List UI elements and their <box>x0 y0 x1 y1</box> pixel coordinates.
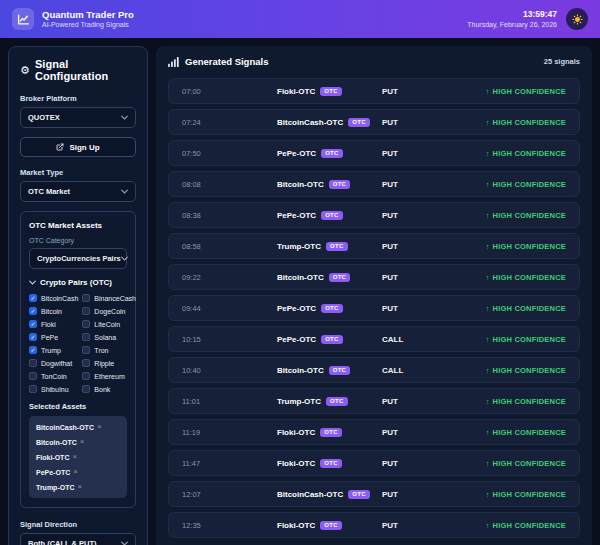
signal-time: 07:50 <box>182 149 277 158</box>
checkbox[interactable] <box>29 372 37 380</box>
remove-tag-icon[interactable]: × <box>80 438 85 446</box>
remove-tag-icon[interactable]: × <box>72 453 77 461</box>
checkbox[interactable] <box>29 294 37 302</box>
signal-asset: Floki-OTC <box>277 459 315 468</box>
signal-direction: PUT <box>382 242 486 251</box>
sign-up-button[interactable]: Sign Up <box>20 137 136 157</box>
signal-asset: Floki-OTC <box>277 87 315 96</box>
signal-row[interactable]: 10:40 Bitcoin-OTC OTC CALL ↑HIGH CONFIDE… <box>168 357 580 383</box>
checkbox[interactable] <box>82 333 90 341</box>
crypto-pair-checkbox-item[interactable]: ShibuInu <box>29 385 78 393</box>
signal-asset: Trump-OTC <box>277 397 321 406</box>
sidebar-title: Signal Configuration <box>35 58 136 82</box>
checkbox[interactable] <box>82 307 90 315</box>
crypto-pair-checkbox-item[interactable]: Solana <box>82 333 136 341</box>
signal-row[interactable]: 11:19 Floki-OTC OTC PUT ↑HIGH CONFIDENCE <box>168 419 580 445</box>
crypto-pairs-collapse-header[interactable]: Crypto Pairs (OTC) <box>29 278 127 287</box>
otc-badge: OTC <box>320 459 342 468</box>
signal-row[interactable]: 09:22 Bitcoin-OTC OTC PUT ↑HIGH CONFIDEN… <box>168 264 580 290</box>
crypto-pair-checkbox-item[interactable]: Tron <box>82 346 136 354</box>
chevron-down-icon <box>121 189 128 194</box>
crypto-pair-checkbox-item[interactable]: Dogwifhat <box>29 359 78 367</box>
sun-icon <box>572 14 583 25</box>
checkbox[interactable] <box>82 320 90 328</box>
up-arrow-icon: ↑ <box>486 397 490 406</box>
chevron-down-icon <box>121 256 128 261</box>
checkbox[interactable] <box>82 385 90 393</box>
app-title: Quantum Trader Pro <box>42 9 134 21</box>
crypto-pair-checkbox-item[interactable]: BitcoinCash <box>29 294 78 302</box>
checkbox[interactable] <box>29 359 37 367</box>
up-arrow-icon: ↑ <box>486 273 490 282</box>
signal-row[interactable]: 09:44 PePe-OTC OTC PUT ↑HIGH CONFIDENCE <box>168 295 580 321</box>
crypto-pair-checkbox-item[interactable]: Ethereum <box>82 372 136 380</box>
otc-badge: OTC <box>326 242 348 251</box>
signal-direction-label: Signal Direction <box>20 520 136 529</box>
checkbox[interactable] <box>82 359 90 367</box>
signal-time: 07:24 <box>182 118 277 127</box>
up-arrow-icon: ↑ <box>486 335 490 344</box>
signal-direction-select[interactable]: Both (CALL & PUT) <box>20 533 136 545</box>
signal-row[interactable]: 11:01 Trump-OTC OTC PUT ↑HIGH CONFIDENCE <box>168 388 580 414</box>
market-type-select[interactable]: OTC Market <box>20 181 136 202</box>
crypto-pair-checkbox-item[interactable]: Ripple <box>82 359 136 367</box>
confidence-badge: ↑HIGH CONFIDENCE <box>486 335 566 344</box>
signal-asset: PePe-OTC <box>277 304 316 313</box>
signal-direction: PUT <box>382 180 486 189</box>
remove-tag-icon[interactable]: × <box>78 483 83 491</box>
confidence-badge: ↑HIGH CONFIDENCE <box>486 118 566 127</box>
signal-row[interactable]: 07:50 PePe-OTC OTC PUT ↑HIGH CONFIDENCE <box>168 140 580 166</box>
remove-tag-icon[interactable]: × <box>97 423 102 431</box>
crypto-pair-checkbox-item[interactable]: LiteCoin <box>82 320 136 328</box>
crypto-pair-checkbox-item[interactable]: Bitcoin <box>29 307 78 315</box>
signal-row[interactable]: 07:00 Floki-OTC OTC PUT ↑HIGH CONFIDENCE <box>168 78 580 104</box>
checkbox[interactable] <box>82 372 90 380</box>
signal-time: 09:44 <box>182 304 277 313</box>
crypto-pair-checkbox-item[interactable]: Floki <box>29 320 78 328</box>
remove-tag-icon[interactable]: × <box>73 468 78 476</box>
signal-row[interactable]: 11:47 Floki-OTC OTC PUT ↑HIGH CONFIDENCE <box>168 450 580 476</box>
checkbox[interactable] <box>29 385 37 393</box>
otc-badge: OTC <box>320 428 342 437</box>
crypto-pair-checkbox-item[interactable]: PePe <box>29 333 78 341</box>
crypto-pair-checkbox-item[interactable]: DogeCoin <box>82 307 136 315</box>
otc-badge: OTC <box>321 304 343 313</box>
checkbox[interactable] <box>29 333 37 341</box>
broker-platform-label: Broker Platform <box>20 94 136 103</box>
signal-time: 12:35 <box>182 521 277 530</box>
confidence-badge: ↑HIGH CONFIDENCE <box>486 211 566 220</box>
line-chart-icon <box>17 13 30 26</box>
crypto-pair-checkbox-item[interactable]: Trump <box>29 346 78 354</box>
signal-row[interactable]: 08:58 Trump-OTC OTC PUT ↑HIGH CONFIDENCE <box>168 233 580 259</box>
checkbox[interactable] <box>29 307 37 315</box>
checkbox[interactable] <box>29 346 37 354</box>
confidence-badge: ↑HIGH CONFIDENCE <box>486 273 566 282</box>
signal-row[interactable]: 08:08 Bitcoin-OTC OTC PUT ↑HIGH CONFIDEN… <box>168 171 580 197</box>
crypto-pair-checkbox-item[interactable]: TonCoin <box>29 372 78 380</box>
broker-platform-select[interactable]: QUOTEX <box>20 107 136 128</box>
checkbox[interactable] <box>29 320 37 328</box>
signal-direction: PUT <box>382 459 486 468</box>
signal-time: 11:01 <box>182 397 277 406</box>
signal-direction: PUT <box>382 521 486 530</box>
otc-badge: OTC <box>320 521 342 530</box>
signal-direction: PUT <box>382 149 486 158</box>
up-arrow-icon: ↑ <box>486 459 490 468</box>
signal-row[interactable]: 12:07 BitcoinCash-OTC OTC PUT ↑HIGH CONF… <box>168 481 580 507</box>
confidence-badge: ↑HIGH CONFIDENCE <box>486 428 566 437</box>
signal-row[interactable]: 07:24 BitcoinCash-OTC OTC PUT ↑HIGH CONF… <box>168 109 580 135</box>
signal-row[interactable]: 08:38 PePe-OTC OTC PUT ↑HIGH CONFIDENCE <box>168 202 580 228</box>
otc-category-select[interactable]: CryptoCurrencies Pairs <box>29 248 127 269</box>
signal-row[interactable]: 12:35 Floki-OTC OTC PUT ↑HIGH CONFIDENCE <box>168 512 580 538</box>
theme-toggle-button[interactable] <box>566 8 588 30</box>
confidence-badge: ↑HIGH CONFIDENCE <box>486 459 566 468</box>
signal-asset: Floki-OTC <box>277 428 315 437</box>
signal-row[interactable]: 10:15 PePe-OTC OTC CALL ↑HIGH CONFIDENCE <box>168 326 580 352</box>
crypto-pair-checkbox-item[interactable]: BinanceCash <box>82 294 136 302</box>
signal-direction: PUT <box>382 397 486 406</box>
crypto-pair-checkbox-item[interactable]: Bonk <box>82 385 136 393</box>
external-link-icon <box>56 143 64 151</box>
signal-direction: PUT <box>382 428 486 437</box>
checkbox[interactable] <box>82 294 90 302</box>
checkbox[interactable] <box>82 346 90 354</box>
